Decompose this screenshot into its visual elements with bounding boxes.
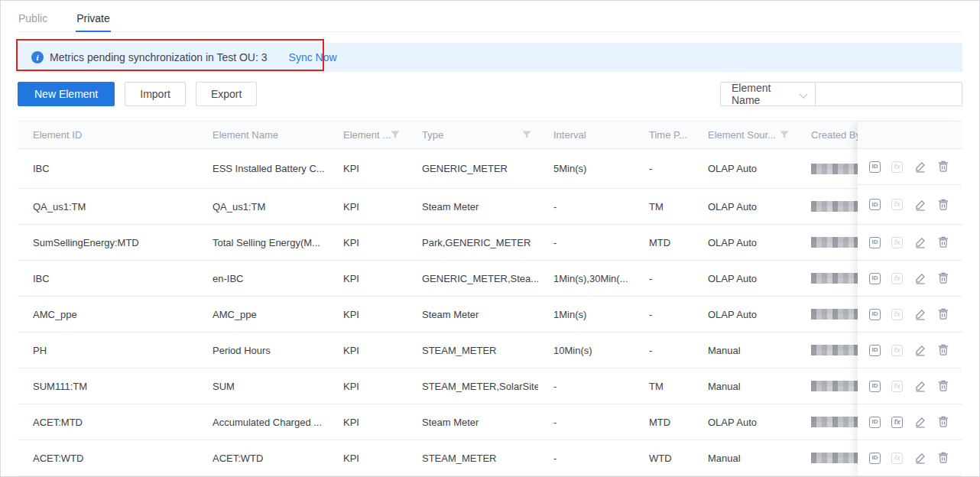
cell-interval: - [538,417,634,428]
toolbar: New Element Import Export Element Name [18,82,962,106]
fx-icon-button[interactable]: fx [891,453,903,464]
fx-icon-button[interactable]: fx [891,309,903,320]
cell-element-type: KPI [328,309,407,320]
cell-time-p: - [634,163,693,174]
cell-interval: 5Min(s) [538,163,634,174]
fx-icon-button[interactable]: fx [891,199,903,210]
edit-icon-button[interactable] [914,416,926,428]
cell-element-type: KPI [328,163,407,174]
cell-element-type: KPI [328,273,407,284]
fx-icon-button[interactable]: fx [891,161,903,173]
col-element-type: Element ... [328,129,407,141]
row-actions: ID fx [858,149,962,185]
cell-element-name: en-IBC [197,273,328,284]
row-actions: ID fx [858,185,962,225]
export-button[interactable]: Export [196,82,257,106]
search-field-label: Element Name [732,82,800,106]
search-group: Element Name [720,82,962,106]
id-icon-button[interactable]: ID [869,161,881,173]
edit-icon-button[interactable] [914,344,926,356]
fx-icon-button[interactable]: fx [891,237,903,248]
chevron-down-icon [800,90,807,98]
row-actions: ID fx [858,225,962,261]
cell-interval: - [538,453,634,464]
cell-element-name: ESS Installed Battery C... [197,163,328,174]
table-header: Element ID Element Name Element ... Type… [18,122,962,149]
tab-public[interactable]: Public [18,11,48,31]
table-row: AMC_ppe AMC_ppe KPI Steam Meter 1Min(s) … [18,297,962,333]
cell-time-p: MTD [634,237,693,248]
cell-type: STEAM_METER,SolarSite [407,381,538,392]
banner-message: Metrics pending synchronization in Test … [50,51,268,63]
cell-element-id: QA_us1:TM [18,201,197,213]
id-icon-button[interactable]: ID [869,417,881,428]
filter-funnel-icon[interactable] [522,131,531,139]
edit-icon-button[interactable] [914,161,926,173]
cell-element-name: AMC_ppe [197,309,328,320]
cell-type: GENERIC_METER [407,163,538,174]
cell-time-p: - [634,273,693,284]
table-row: PH Period Hours KPI STEAM_METER 10Min(s)… [18,333,962,368]
action-rows: ID fx ID fx [858,149,962,476]
delete-icon-button[interactable] [937,161,949,173]
filter-funnel-icon[interactable] [391,131,400,139]
delete-icon-button[interactable] [937,452,949,464]
row-actions: ID fx [858,261,962,297]
row-actions: ID fx [858,368,962,404]
id-icon-button[interactable]: ID [869,273,881,284]
new-element-button[interactable]: New Element [18,82,115,106]
delete-icon-button[interactable] [937,199,949,211]
id-icon-button[interactable]: ID [869,345,881,356]
cell-element-type: KPI [328,417,407,428]
table-body: IBC ESS Installed Battery C... KPI GENER… [18,149,962,476]
delete-icon-button[interactable] [937,236,949,248]
edit-icon-button[interactable] [914,236,926,248]
sync-notification-banner: i Metrics pending synchronization in Tes… [18,43,962,72]
cell-type: GENERIC_METER,Stea... [407,273,538,284]
cell-element-id: SumSellingEnergy:MTD [18,237,197,248]
fx-icon-button[interactable]: fx [891,417,903,428]
fx-icon-button[interactable]: fx [891,345,903,356]
search-field-select[interactable]: Element Name [720,82,816,106]
delete-icon-button[interactable] [937,380,949,392]
info-icon: i [31,51,44,63]
cell-element-type: KPI [328,345,407,356]
cell-time-p: MTD [634,417,693,428]
id-icon-button[interactable]: ID [869,237,881,248]
table-row: SUM111:TM SUM KPI STEAM_METER,SolarSite … [18,368,962,404]
edit-icon-button[interactable] [914,272,926,284]
cell-type: STEAM_METER [407,345,538,356]
cell-element-id: ACET:MTD [18,417,197,428]
cell-element-source: OLAP Auto [693,273,796,284]
table-row: SumSellingEnergy:MTD Total Selling Energ… [18,225,962,261]
edit-icon-button[interactable] [914,452,926,464]
col-interval: Interval [538,129,634,141]
edit-icon-button[interactable] [914,380,926,392]
tab-private[interactable]: Private [76,11,111,32]
fx-icon-button[interactable]: fx [891,381,903,392]
cell-element-type: KPI [328,201,407,213]
cell-time-p: - [634,309,693,320]
id-icon-button[interactable]: ID [869,309,881,320]
delete-icon-button[interactable] [937,344,949,356]
delete-icon-button[interactable] [937,416,949,428]
edit-icon-button[interactable] [914,199,926,211]
fx-icon-button[interactable]: fx [891,273,903,284]
cell-element-id: ACET:WTD [18,453,197,464]
search-input[interactable] [816,82,962,106]
import-button[interactable]: Import [125,82,186,106]
id-icon-button[interactable]: ID [869,453,881,464]
delete-icon-button[interactable] [937,308,949,320]
edit-icon-button[interactable] [914,308,926,320]
id-icon-button[interactable]: ID [869,199,881,210]
delete-icon-button[interactable] [937,272,949,284]
cell-interval: - [538,381,634,392]
table-row: ACET:MTD Accumulated Charged ... KPI Ste… [18,404,962,440]
cell-element-source: OLAP Auto [693,417,796,428]
sync-now-link[interactable]: Sync Now [289,51,337,63]
cell-element-source: OLAP Auto [693,237,796,248]
filter-funnel-icon[interactable] [780,131,789,139]
cell-element-id: SUM111:TM [18,381,197,392]
cell-element-id: IBC [18,163,197,174]
id-icon-button[interactable]: ID [869,381,881,392]
